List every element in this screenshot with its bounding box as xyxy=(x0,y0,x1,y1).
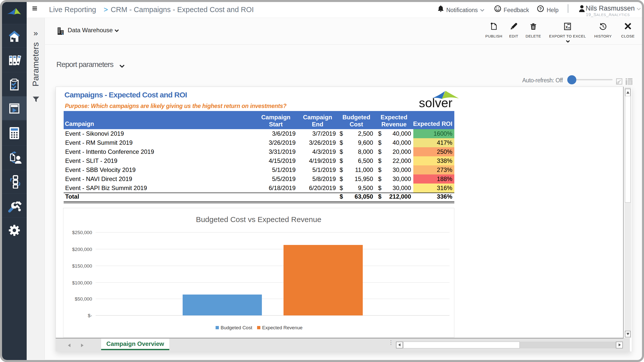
svg-text:$100,000: $100,000 xyxy=(72,280,92,285)
svg-text:$150,000: $150,000 xyxy=(72,263,92,269)
svg-text:$50,000: $50,000 xyxy=(75,296,92,302)
svg-text:solver: solver xyxy=(419,96,452,109)
svg-text:$-: $- xyxy=(88,313,92,318)
svg-text:Budgeted Cost vs Expected Reve: Budgeted Cost vs Expected Revenue xyxy=(196,215,321,224)
svg-text:$200,000: $200,000 xyxy=(72,247,92,252)
svg-text:Budgeted Cost: Budgeted Cost xyxy=(221,325,252,330)
svg-text:?: ? xyxy=(539,7,542,11)
svg-text:$250,000: $250,000 xyxy=(72,230,92,235)
svg-text:X: X xyxy=(566,25,568,29)
svg-text:Expected Revenue: Expected Revenue xyxy=(262,325,303,330)
